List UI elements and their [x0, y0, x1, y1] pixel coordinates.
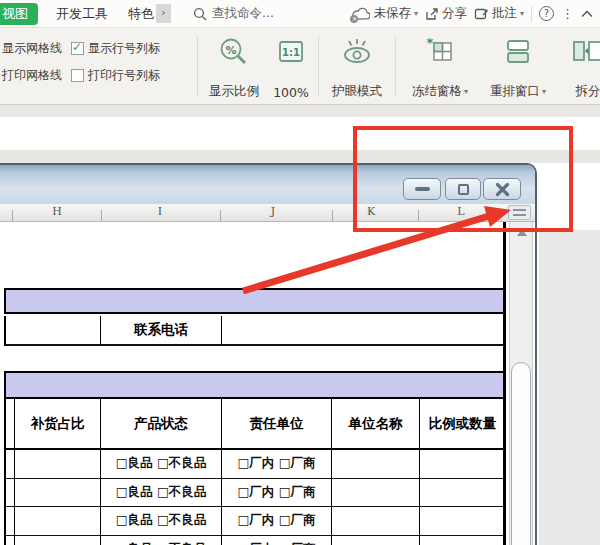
- cell-empty[interactable]: [332, 450, 420, 478]
- column-divider[interactable]: [418, 210, 419, 221]
- product-status-cell[interactable]: □良品 □不良品: [101, 450, 222, 478]
- header-cell[interactable]: 单位名称: [332, 399, 420, 448]
- more-options-button[interactable]: ⋮: [561, 6, 574, 21]
- table-header-row[interactable]: 补货占比 产品状态 责任单位 单位名称 比例或数量: [4, 399, 505, 450]
- collapse-ribbon-button[interactable]: [581, 10, 593, 18]
- tab-view[interactable]: 视图: [0, 3, 38, 25]
- empty-cell[interactable]: [222, 316, 505, 344]
- cell-empty[interactable]: [420, 479, 505, 507]
- product-status-cell[interactable]: □良品 □不良品: [101, 479, 222, 507]
- restore-button[interactable]: [445, 178, 481, 200]
- minimize-icon: [415, 187, 430, 191]
- eye-protection-button[interactable]: 护眼模式: [324, 36, 390, 100]
- show-headings-toggle[interactable]: ✓ 显示行号列标: [71, 40, 160, 57]
- cell-empty[interactable]: [6, 536, 15, 545]
- cell-empty[interactable]: [332, 536, 420, 545]
- restore-icon: [458, 184, 469, 195]
- column-divider[interactable]: [12, 210, 13, 221]
- column-letter[interactable]: K: [367, 205, 375, 218]
- column-letter[interactable]: J: [271, 205, 275, 218]
- scroll-up-arrow[interactable]: [517, 229, 527, 236]
- table-row[interactable]: □良品 □不良品 □厂内 □厂商: [4, 507, 505, 536]
- table-row[interactable]: □良品 □不良品 □厂内 □厂商: [4, 536, 505, 545]
- tab-scroll-arrow[interactable]: ›: [156, 4, 171, 23]
- responsible-unit-cell[interactable]: □厂内 □厂商: [222, 450, 332, 478]
- responsible-unit-cell[interactable]: □厂内 □厂商: [222, 479, 332, 507]
- contact-row[interactable]: 联系电话: [4, 316, 505, 346]
- contact-phone-cell[interactable]: 联系电话: [101, 316, 222, 344]
- column-divider[interactable]: [332, 210, 333, 221]
- table-row[interactable]: □良品 □不良品 □厂内 □厂商: [4, 450, 505, 479]
- column-divider[interactable]: [101, 210, 102, 221]
- column-header-row[interactable]: H I J K L: [0, 204, 535, 222]
- eye-icon: [340, 36, 374, 68]
- header-cell-empty[interactable]: [6, 399, 15, 448]
- cell-empty[interactable]: [6, 450, 15, 478]
- cell-empty[interactable]: [420, 450, 505, 478]
- arrange-windows-button[interactable]: 重排窗口 ▾: [479, 36, 557, 100]
- print-headings-toggle[interactable]: 打印行号列标: [71, 67, 160, 84]
- comment-label: 批注: [492, 5, 517, 22]
- column-letter[interactable]: L: [457, 205, 464, 218]
- search-label: 查找命令...: [212, 5, 274, 22]
- header-cell[interactable]: 比例或数量: [420, 399, 505, 448]
- table-row[interactable]: □良品 □不良品 □厂内 □厂商: [4, 479, 505, 508]
- workbook-window: H I J K L 联系电话 补货占比 产品状态 责任单位 单位名称 比例或数量…: [0, 163, 537, 545]
- search-icon: [193, 7, 207, 21]
- cell-empty[interactable]: [332, 507, 420, 535]
- cell-empty[interactable]: [332, 479, 420, 507]
- close-icon: [495, 182, 510, 197]
- header-cell[interactable]: 产品状态: [101, 399, 222, 448]
- minimize-button[interactable]: [403, 178, 441, 200]
- tab-developer-tools[interactable]: 开发工具: [46, 5, 118, 23]
- column-letter[interactable]: H: [52, 205, 62, 218]
- zoom-scale-button[interactable]: % 显示比例: [203, 36, 265, 100]
- freeze-panes-caret: ▾: [464, 87, 468, 96]
- header-cell[interactable]: 责任单位: [222, 399, 332, 448]
- cell-empty[interactable]: [15, 536, 101, 545]
- share-label: 分享: [442, 5, 467, 22]
- responsible-unit-cell[interactable]: □厂内 □厂商: [222, 536, 332, 545]
- checked-checkbox[interactable]: ✓: [71, 42, 84, 55]
- product-status-cell[interactable]: □良品 □不良品: [101, 536, 222, 545]
- close-button[interactable]: [483, 178, 521, 200]
- one-to-one-icon: 1:1: [275, 36, 307, 68]
- unchecked-checkbox[interactable]: [71, 69, 84, 82]
- column-letter[interactable]: I: [158, 205, 162, 218]
- empty-cell[interactable]: [6, 316, 101, 344]
- help-button[interactable]: ?: [539, 6, 554, 21]
- freeze-panes-button[interactable]: * 冻结窗格 ▾: [401, 36, 479, 100]
- vertical-scrollbar-thumb[interactable]: [511, 362, 531, 545]
- cell-empty[interactable]: [420, 536, 505, 545]
- cell-empty[interactable]: [15, 479, 101, 507]
- share-button[interactable]: 分享: [425, 5, 467, 22]
- cell-empty[interactable]: [15, 450, 101, 478]
- tabbar-right-group: ✕ 未保存 ▾ 分享 批注 ▾ ? ⋮: [352, 5, 600, 22]
- comment-button[interactable]: 批注 ▾: [474, 5, 524, 22]
- show-gridlines-toggle[interactable]: 显示网格线: [2, 40, 62, 57]
- zoom-100-button[interactable]: 1:1 100%: [268, 36, 314, 100]
- header-cell[interactable]: 补货占比: [15, 399, 101, 448]
- zoom-percent-icon: %: [218, 36, 250, 68]
- merged-lavender-row[interactable]: [4, 290, 505, 314]
- merged-lavender-row[interactable]: [4, 371, 505, 399]
- print-gridlines-toggle[interactable]: 打印网格线: [2, 67, 62, 84]
- cell-empty[interactable]: [420, 507, 505, 535]
- comment-dropdown-caret: ▾: [520, 9, 524, 18]
- ribbon: 显示网格线 ✓ 显示行号列标 打印网格线 打印行号列标 % 显示比例 1:1 1…: [0, 28, 600, 105]
- svg-text:*: *: [427, 36, 434, 50]
- responsible-unit-cell[interactable]: □厂内 □厂商: [222, 507, 332, 535]
- ribbon-divider: [318, 36, 319, 96]
- split-window-button[interactable]: 拆分: [558, 36, 600, 100]
- zoom-scale-label: 显示比例: [209, 83, 259, 100]
- product-status-cell[interactable]: □良品 □不良品: [101, 507, 222, 535]
- find-command-search[interactable]: 查找命令...: [193, 5, 274, 22]
- cell-empty[interactable]: [15, 507, 101, 535]
- save-status-button[interactable]: ✕ 未保存 ▾: [352, 5, 418, 22]
- split-box-handle[interactable]: [508, 205, 531, 220]
- cell-empty[interactable]: [6, 479, 15, 507]
- column-divider[interactable]: [220, 210, 221, 221]
- cell-empty[interactable]: [6, 507, 15, 535]
- split-window-label: 拆分: [576, 83, 600, 100]
- show-headings-label: 显示行号列标: [88, 40, 160, 57]
